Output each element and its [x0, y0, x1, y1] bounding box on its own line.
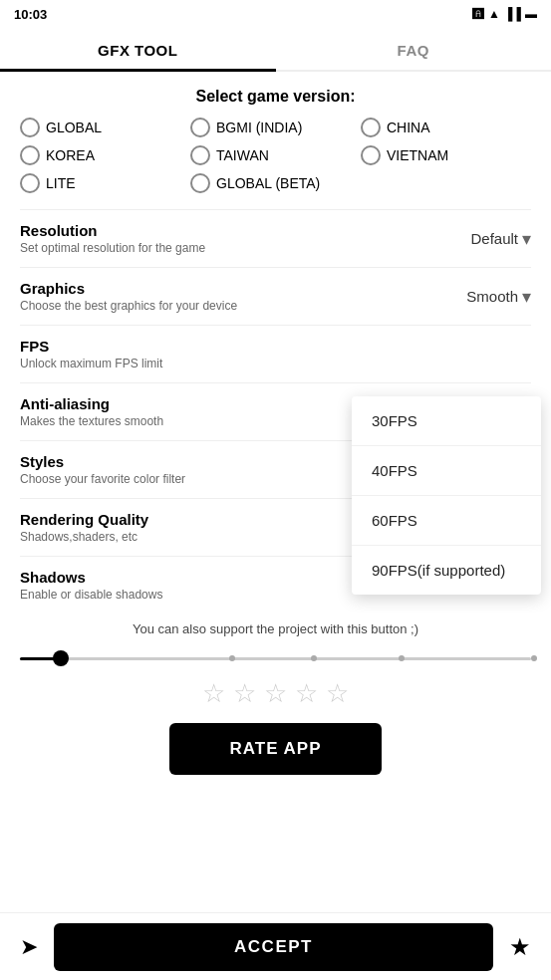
graphics-value: Smooth — [466, 288, 518, 305]
star-5[interactable]: ☆ — [326, 678, 349, 709]
graphics-desc: Choose the best graphics for your device — [20, 299, 466, 313]
graphics-control[interactable]: Smooth ▾ — [466, 286, 531, 308]
signal-icon: ▐▐ — [504, 7, 521, 21]
version-korea[interactable]: KOREA — [20, 145, 190, 165]
version-global-label: GLOBAL — [46, 120, 102, 135]
fps-option-40[interactable]: 40FPS — [352, 446, 541, 496]
radio-korea[interactable] — [20, 145, 40, 165]
accept-button[interactable]: ACCEPT — [54, 923, 493, 971]
version-global[interactable]: GLOBAL — [20, 118, 190, 137]
slider-dot-1 — [229, 655, 235, 661]
wifi-icon: ▲ — [488, 7, 500, 21]
fps-option-60[interactable]: 60FPS — [352, 496, 541, 546]
slider-track — [20, 657, 531, 660]
resolution-label: Resolution Set optimal resolution for th… — [20, 222, 470, 255]
radio-global-beta[interactable] — [190, 173, 210, 193]
stars-row: ☆ ☆ ☆ ☆ ☆ — [20, 678, 531, 709]
radio-taiwan[interactable] — [190, 145, 210, 165]
version-china-label: CHINA — [387, 120, 430, 135]
tab-gfx-tool[interactable]: GFX TOOL — [0, 28, 276, 72]
status-time: 10:03 — [14, 7, 47, 22]
fps-dropdown: 30FPS 40FPS 60FPS 90FPS(if supported) — [352, 396, 541, 595]
star-2[interactable]: ☆ — [233, 678, 256, 709]
graphics-chevron-icon: ▾ — [522, 286, 531, 308]
version-lite-label: LITE — [46, 175, 76, 191]
status-bar: 10:03 🅰 ▲ ▐▐ ▬ — [0, 0, 551, 28]
version-china[interactable]: CHINA — [361, 118, 531, 137]
version-vietnam-label: VIETNAM — [387, 147, 448, 163]
star-3[interactable]: ☆ — [264, 678, 287, 709]
version-vietnam[interactable]: VIETNAM — [361, 145, 531, 165]
fps-label: FPS Unlock maximum FPS limit — [20, 338, 531, 370]
slider-dot-2 — [311, 655, 317, 661]
version-section-title: Select game version: — [20, 88, 531, 106]
resolution-chevron-icon: ▾ — [522, 228, 531, 250]
battery-icon: ▬ — [525, 7, 537, 21]
bookmark-icon[interactable]: ★ — [509, 933, 531, 961]
version-global-beta[interactable]: GLOBAL (BETA) — [190, 173, 531, 193]
star-1[interactable]: ☆ — [202, 678, 225, 709]
resolution-value: Default — [470, 230, 518, 247]
fps-title: FPS — [20, 338, 531, 355]
graphics-title: Graphics — [20, 280, 466, 297]
version-bgmi[interactable]: BGMI (INDIA) — [190, 118, 361, 137]
fps-option-30[interactable]: 30FPS — [352, 396, 541, 446]
graphics-label: Graphics Choose the best graphics for yo… — [20, 280, 466, 313]
radio-china[interactable] — [361, 118, 381, 137]
graphics-row: Graphics Choose the best graphics for yo… — [20, 267, 531, 325]
version-global-beta-label: GLOBAL (BETA) — [216, 175, 320, 191]
radio-global[interactable] — [20, 118, 40, 137]
status-icons: 🅰 ▲ ▐▐ ▬ — [472, 7, 537, 21]
fps-row: FPS Unlock maximum FPS limit — [20, 325, 531, 382]
version-bgmi-label: BGMI (INDIA) — [216, 120, 302, 135]
radio-lite[interactable] — [20, 173, 40, 193]
radio-vietnam[interactable] — [361, 145, 381, 165]
version-lite[interactable]: LITE — [20, 173, 190, 193]
slider-dot-3 — [399, 655, 405, 661]
version-korea-label: KOREA — [46, 147, 95, 163]
fps-desc: Unlock maximum FPS limit — [20, 357, 531, 370]
resolution-row: Resolution Set optimal resolution for th… — [20, 209, 531, 267]
support-text: You can also support the project with th… — [20, 621, 531, 636]
tab-bar: GFX TOOL FAQ — [0, 28, 551, 72]
fps-option-90[interactable]: 90FPS(if supported) — [352, 546, 541, 595]
rate-app-button[interactable]: RATE APP — [169, 723, 381, 775]
notification-icon: 🅰 — [472, 7, 484, 21]
tab-faq[interactable]: FAQ — [276, 28, 552, 70]
version-taiwan-label: TAIWAN — [216, 147, 269, 163]
slider-dot-4 — [531, 655, 537, 661]
send-icon[interactable]: ➤ — [20, 934, 38, 960]
version-grid: GLOBAL BGMI (INDIA) CHINA KOREA TAIWAN V… — [20, 118, 531, 193]
resolution-title: Resolution — [20, 222, 470, 239]
support-slider[interactable] — [20, 648, 531, 668]
star-4[interactable]: ☆ — [295, 678, 318, 709]
resolution-desc: Set optimal resolution for the game — [20, 241, 470, 255]
version-taiwan[interactable]: TAIWAN — [190, 145, 361, 165]
bottom-bar: ➤ ACCEPT ★ — [0, 912, 551, 980]
resolution-control[interactable]: Default ▾ — [470, 228, 531, 250]
radio-bgmi[interactable] — [190, 118, 210, 137]
slider-thumb[interactable] — [53, 650, 69, 666]
